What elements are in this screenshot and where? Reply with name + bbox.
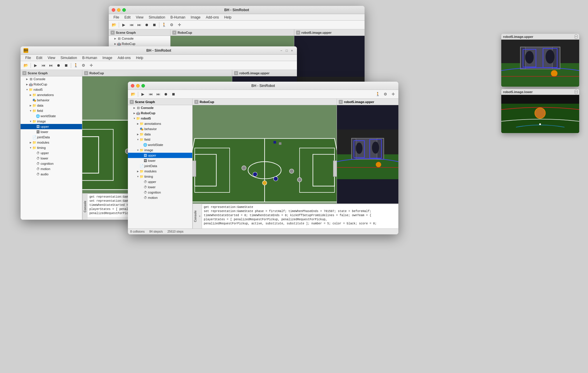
scene-graph-close-win3[interactable]: × bbox=[130, 100, 134, 104]
tree-robocup-win2[interactable]: ▶ 🤖 RoboCup bbox=[21, 82, 82, 87]
menu-edit-win1[interactable]: Edit bbox=[122, 15, 133, 20]
toolbar-rewind-win2[interactable]: ⏮ bbox=[40, 62, 47, 69]
menu-simulation-win1[interactable]: Simulation bbox=[146, 15, 168, 20]
tree-robot5-win2[interactable]: ▼ 📁 robot5 bbox=[21, 87, 82, 92]
console-close-win3[interactable]: × bbox=[198, 204, 202, 228]
tree-cognition-win2[interactable]: ▶ ⏱ cognition bbox=[21, 161, 82, 166]
upper-panel-close[interactable]: × bbox=[575, 35, 577, 39]
tree-timing-lower-win2[interactable]: ▶ ⏱ lower bbox=[21, 156, 82, 161]
toolbar-open-win1[interactable]: 📂 bbox=[111, 22, 118, 28]
lower-panel-close[interactable]: × bbox=[575, 90, 577, 94]
toolbar-stop-win2[interactable]: ⏹ bbox=[63, 62, 70, 69]
tree-field-win2[interactable]: ▼ 📁 field bbox=[21, 108, 82, 113]
close-btn-win1[interactable] bbox=[112, 8, 115, 12]
toolbar-rewind-win3[interactable]: ⏮ bbox=[147, 91, 154, 98]
toolbar-step-win2[interactable]: ⏭ bbox=[47, 62, 54, 69]
tree-image-win2[interactable]: ▼ 📁 image bbox=[21, 119, 82, 124]
image-close-win2[interactable]: × bbox=[234, 71, 238, 75]
menu-view-win2[interactable]: View bbox=[45, 55, 58, 61]
menu-view-win1[interactable]: View bbox=[133, 15, 146, 20]
tree-robot5-win3[interactable]: ▼ 📁 robot5 bbox=[128, 116, 192, 121]
toolbar-move-win3[interactable]: ✛ bbox=[390, 91, 397, 98]
tree-jointdata-win2[interactable]: ▶ 📄 jointData bbox=[21, 135, 82, 140]
min-btn-win1[interactable] bbox=[117, 8, 121, 12]
max-btn-win3[interactable] bbox=[141, 84, 145, 88]
toolbar-move-win2[interactable]: ✛ bbox=[88, 62, 95, 69]
menu-bhuman-win2[interactable]: B-Human bbox=[80, 55, 100, 61]
image-close-win1[interactable]: × bbox=[296, 31, 300, 35]
minimize-btn-win2[interactable]: − bbox=[279, 48, 283, 53]
tree-timing-win2[interactable]: ▼ 📁 timing bbox=[21, 145, 82, 150]
scene-graph-close-win2[interactable]: × bbox=[22, 71, 26, 75]
min-btn-win3[interactable] bbox=[136, 84, 140, 88]
tree-upper-win3[interactable]: ▶ 🖼 upper bbox=[128, 153, 192, 158]
toolbar-settings-win1[interactable]: ⚙ bbox=[168, 22, 175, 28]
tree-timing-upper-win3[interactable]: ▶ ⏱ upper bbox=[128, 179, 192, 184]
scene-graph-close-win1[interactable]: × bbox=[111, 31, 115, 35]
menu-edit-win2[interactable]: Edit bbox=[34, 55, 45, 61]
tree-motion-win3[interactable]: ▶ ⏱ motion bbox=[128, 195, 192, 200]
toolbar-person-win3[interactable]: 🚶 bbox=[374, 91, 381, 98]
toolbar-person-win1[interactable]: 🚶 bbox=[161, 22, 168, 28]
menu-image-win1[interactable]: Image bbox=[188, 15, 203, 20]
toolbar-person-win2[interactable]: 🚶 bbox=[72, 62, 79, 69]
toolbar-record-win3[interactable]: ⏺ bbox=[162, 91, 169, 98]
tree-win2[interactable]: ▶ ⊟ Console ▶ 🤖 RoboCup ▼ 📁 robot5 ▶ 📁 bbox=[21, 76, 82, 220]
toolbar-stop-win1[interactable]: ⏹ bbox=[151, 22, 158, 28]
tree-robocup-win3[interactable]: ▶ 🤖 RoboCup bbox=[128, 110, 192, 116]
menu-file-win1[interactable]: File bbox=[111, 15, 121, 20]
robocup-close-win1[interactable]: × bbox=[172, 31, 176, 35]
tree-jointdata-win3[interactable]: ▶ 📄 jointData bbox=[128, 163, 192, 169]
tree-audio-win2[interactable]: ▶ ⏱ audio bbox=[21, 172, 82, 177]
tree-annotations-win2[interactable]: ▶ 📁 annotations bbox=[21, 92, 82, 98]
tree-item-robocup-win1[interactable]: ▶ 🤖 RoboCup bbox=[109, 41, 170, 46]
tree-console-win2[interactable]: ▶ ⊟ Console bbox=[21, 76, 82, 82]
menu-bhuman-win1[interactable]: B-Human bbox=[168, 15, 188, 20]
toolbar-step-win1[interactable]: ⏭ bbox=[136, 22, 143, 28]
toolbar-record-win1[interactable]: ⏺ bbox=[143, 22, 150, 28]
tree-lower-win2[interactable]: ▶ 🖼 lower bbox=[21, 129, 82, 135]
tree-modules-win2[interactable]: ▶ 📁 modules bbox=[21, 140, 82, 145]
robocup-close-win3[interactable]: × bbox=[194, 100, 198, 104]
tree-timing-upper-win2[interactable]: ▶ ⏱ upper bbox=[21, 150, 82, 156]
toolbar-step-win3[interactable]: ⏭ bbox=[155, 91, 162, 98]
menu-addons-win2[interactable]: Add-ons bbox=[115, 55, 133, 61]
tree-field-win3[interactable]: ▼ 📁 field bbox=[128, 137, 192, 142]
tree-cognition-win3[interactable]: ▶ ⏱ cognition bbox=[128, 190, 192, 195]
tree-win3[interactable]: ▶ ⊟ Console ▶ 🤖 RoboCup ▼ 📁 robot5 ▶ 📁 bbox=[128, 105, 192, 228]
close-btn-win3[interactable] bbox=[131, 84, 134, 88]
menu-help-win2[interactable]: Help bbox=[134, 55, 146, 61]
tree-upper-win2[interactable]: ▶ 🖼 upper bbox=[21, 124, 82, 129]
tree-motion-win2[interactable]: ▶ ⏱ motion bbox=[21, 166, 82, 172]
tree-item-console-win1[interactable]: ▶ ⊟ Console bbox=[109, 36, 170, 41]
tree-behavior-win2[interactable]: ▶ 🎭 behavior bbox=[21, 98, 82, 103]
tree-data-win3[interactable]: ▶ 📁 data bbox=[128, 132, 192, 137]
toolbar-settings-win3[interactable]: ⚙ bbox=[382, 91, 389, 98]
toolbar-open-win2[interactable]: 📂 bbox=[22, 62, 29, 69]
toolbar-play-win2[interactable]: ▶ bbox=[32, 62, 39, 69]
toolbar-play-win1[interactable]: ▶ bbox=[120, 22, 127, 28]
tree-console-win3[interactable]: ▶ ⊟ Console bbox=[128, 105, 192, 110]
tree-modules-win3[interactable]: ▶ 📁 modules bbox=[128, 169, 192, 174]
tree-timing-lower-win3[interactable]: ▶ ⏱ lower bbox=[128, 184, 192, 190]
menu-simulation-win2[interactable]: Simulation bbox=[58, 55, 79, 61]
tree-worldstate-win3[interactable]: ▶ 🌐 worldState bbox=[128, 142, 192, 147]
toolbar-play-win3[interactable]: ▶ bbox=[139, 91, 146, 98]
menu-file-win2[interactable]: File bbox=[23, 55, 33, 61]
menu-help-win1[interactable]: Help bbox=[222, 15, 234, 20]
tree-image-win3[interactable]: ▼ 📁 image bbox=[128, 147, 192, 153]
tree-worldstate-win2[interactable]: ▶ 🌐 worldState bbox=[21, 113, 82, 119]
toolbar-record-win2[interactable]: ⏺ bbox=[55, 62, 62, 69]
toolbar-rewind-win1[interactable]: ⏮ bbox=[128, 22, 135, 28]
tree-lower-win3[interactable]: ▶ 🖼 lower bbox=[128, 158, 192, 163]
menu-addons-win1[interactable]: Add-ons bbox=[203, 15, 221, 20]
max-btn-win1[interactable] bbox=[122, 8, 126, 12]
close-btn-win2[interactable]: × bbox=[290, 48, 294, 53]
robocup-close-win2[interactable]: × bbox=[84, 71, 88, 75]
maximize-btn-win2[interactable]: □ bbox=[285, 48, 289, 53]
toolbar-settings-win2[interactable]: ⚙ bbox=[80, 62, 87, 69]
tree-data-win2[interactable]: ▶ 📁 data bbox=[21, 103, 82, 108]
toolbar-move-win1[interactable]: ✛ bbox=[176, 22, 183, 28]
toolbar-stop-win3[interactable]: ⏹ bbox=[170, 91, 177, 98]
toolbar-open-win3[interactable]: 📂 bbox=[130, 91, 137, 98]
